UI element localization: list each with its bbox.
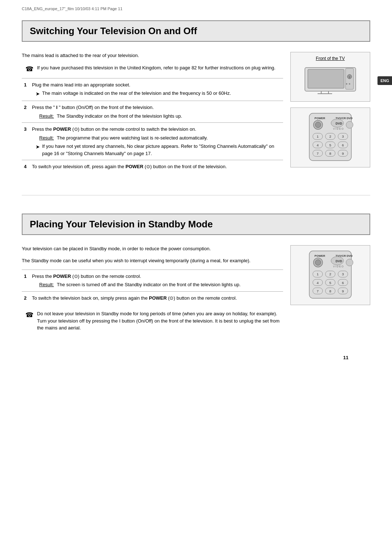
section2-intro2: The Standby mode can be useful when you …	[22, 257, 283, 264]
svg-text:4: 4	[317, 280, 319, 284]
eng-badge: ENG	[377, 76, 392, 85]
svg-text:I: I	[349, 76, 350, 79]
step2-result: Result: The Standby indicator on the fro…	[32, 113, 281, 120]
svg-text:POWER: POWER	[315, 117, 326, 120]
section2-steps-table: 1 Press the POWER (⊙) button on the remo…	[22, 270, 283, 305]
svg-rect-1	[308, 69, 344, 88]
svg-text:3: 3	[342, 272, 344, 276]
section1-images: Front of the TV I	[290, 52, 370, 173]
step3-result: Result: The programme that you were watc…	[32, 134, 281, 142]
arrow-icon: ➤	[36, 90, 40, 98]
step4-content: To switch your television off, press aga…	[30, 160, 283, 173]
step1-text: Plug the mains lead into an appropriate …	[32, 82, 130, 88]
svg-point-6	[349, 83, 350, 85]
section1-steps-table: 1 Plug the mains lead into an appropriat…	[22, 78, 283, 173]
section2-note-block: ☎ Do not leave your television in Standb…	[22, 310, 283, 332]
step2-num: 2	[22, 101, 30, 123]
section2-images: POWER TV/VCR DVD DVD V I D E O	[290, 245, 370, 337]
section1-title-box: Switching Your Television On and Off	[22, 20, 370, 42]
svg-text:8: 8	[329, 151, 331, 155]
step3-content: Press the POWER (⊙) button on the remote…	[30, 123, 283, 160]
step3-text: Press the POWER (⊙) button on the remote…	[32, 126, 196, 132]
svg-text:9: 9	[342, 289, 344, 293]
svg-text:3: 3	[342, 134, 344, 138]
note-phone-icon: ☎	[25, 65, 33, 73]
s2-step2-num: 2	[22, 291, 30, 304]
remote-image-box-2: POWER TV/VCR DVD DVD V I D E O	[290, 245, 370, 305]
s2-step2-content: To switch the television back on, simply…	[30, 291, 283, 304]
svg-point-5	[346, 83, 347, 85]
s2-step1-result-text: The screen is turned off and the Standby…	[57, 281, 240, 288]
s2-step1-text: Press the POWER (⊙) button on the remote…	[32, 274, 141, 279]
remote-svg-1: POWER TV/VCR DVD DVD V I D E O	[301, 112, 359, 162]
step4-num: 4	[22, 160, 30, 173]
svg-point-41	[315, 259, 320, 265]
step2-text: Press the " I " button (On/Off) on the f…	[32, 105, 154, 110]
s2-step1-result: Result: The screen is turned off and the…	[32, 281, 281, 288]
svg-text:DVD: DVD	[335, 259, 342, 263]
step1-arrow-text: The main voltage is indicated on the rea…	[42, 90, 231, 97]
section2-title: Placing Your Television in Standby Mode	[30, 219, 362, 230]
section1-note-text: If you have purchased this television in…	[37, 64, 275, 72]
table-row: 4 To switch your television off, press a…	[22, 160, 283, 173]
section1-intro: The mains lead is attached to the rear o…	[22, 52, 283, 59]
result-label: Result:	[39, 281, 54, 288]
section1-container: Switching Your Television On and Off The…	[0, 13, 392, 195]
table-row: 2 To switch the television back on, simp…	[22, 291, 283, 304]
svg-point-18	[346, 121, 353, 128]
remote-image-box-1: POWER TV/VCR DVD DVD V I D E O	[290, 108, 370, 167]
step2-content: Press the " I " button (On/Off) on the f…	[30, 101, 283, 123]
s2-step1-num: 1	[22, 270, 30, 291]
step4-text: To switch your television off, press aga…	[32, 164, 227, 169]
section2-intro1: Your television can be placed in Standby…	[22, 245, 283, 252]
page-container: C18A_ENG_europe_17"_film 10/10/03 4:11 P…	[0, 0, 392, 555]
svg-text:1: 1	[317, 272, 319, 276]
svg-text:2: 2	[329, 134, 331, 138]
svg-text:5: 5	[329, 143, 331, 147]
section1-text: The mains lead is attached to the rear o…	[22, 52, 283, 173]
step3-arrow-text: If you have not yet stored any channels,…	[42, 143, 281, 157]
step2-result-text: The Standby indicator on the front of th…	[57, 113, 182, 120]
result-label: Result:	[39, 113, 54, 120]
step1-arrow-note: ➤ The main voltage is indicated on the r…	[32, 90, 281, 98]
section1-body: The mains lead is attached to the rear o…	[22, 52, 370, 173]
table-row: 1 Press the POWER (⊙) button on the remo…	[22, 270, 283, 291]
arrow-icon: ➤	[36, 143, 40, 151]
section2-title-box: Placing Your Television in Standby Mode	[22, 214, 370, 235]
svg-text:9: 9	[342, 151, 344, 155]
svg-text:5: 5	[329, 280, 331, 284]
svg-text:1: 1	[317, 134, 319, 138]
file-info: C18A_ENG_europe_17"_film 10/10/03 4:11 P…	[22, 7, 122, 11]
s2-step1-content: Press the POWER (⊙) button on the remote…	[30, 270, 283, 291]
step1-content: Plug the mains lead into an appropriate …	[30, 78, 283, 101]
section1-title: Switching Your Television On and Off	[30, 25, 362, 37]
s2-step2-text: To switch the television back on, simply…	[32, 295, 237, 301]
front-tv-label: Front of the TV	[294, 56, 366, 61]
svg-text:V I D E O: V I D E O	[333, 265, 344, 268]
step1-num: 1	[22, 78, 30, 101]
section2-text: Your television can be placed in Standby…	[22, 245, 283, 337]
section2-note-text: Do not leave your television in Standby …	[37, 310, 283, 332]
svg-point-14	[315, 122, 320, 127]
table-row: 2 Press the " I " button (On/Off) on the…	[22, 101, 283, 123]
step3-num: 3	[22, 123, 30, 160]
section2-container: Placing Your Television in Standby Mode …	[0, 206, 392, 371]
svg-text:POWER: POWER	[315, 254, 326, 258]
svg-point-45	[346, 259, 353, 266]
table-row: 3 Press the POWER (⊙) button on the remo…	[22, 123, 283, 160]
front-tv-image-box: Front of the TV I	[290, 52, 370, 102]
step3-result-text: The programme that you were watching las…	[57, 134, 208, 142]
svg-text:6: 6	[342, 280, 344, 284]
svg-text:V I D E O: V I D E O	[333, 127, 344, 130]
tv-front-svg: I	[301, 64, 359, 97]
result-label: Result:	[39, 134, 54, 142]
svg-text:8: 8	[329, 289, 331, 293]
svg-text:DVD: DVD	[335, 122, 342, 125]
section2-body: Your television can be placed in Standby…	[22, 245, 370, 337]
note-phone-icon2: ☎	[25, 311, 33, 319]
svg-text:4: 4	[317, 143, 319, 147]
remote-svg-2: POWER TV/VCR DVD DVD V I D E O	[301, 249, 359, 300]
page-number: 11	[22, 351, 370, 364]
svg-text:7: 7	[317, 289, 319, 293]
step3-arrow-note: ➤ If you have not yet stored any channel…	[32, 143, 281, 157]
